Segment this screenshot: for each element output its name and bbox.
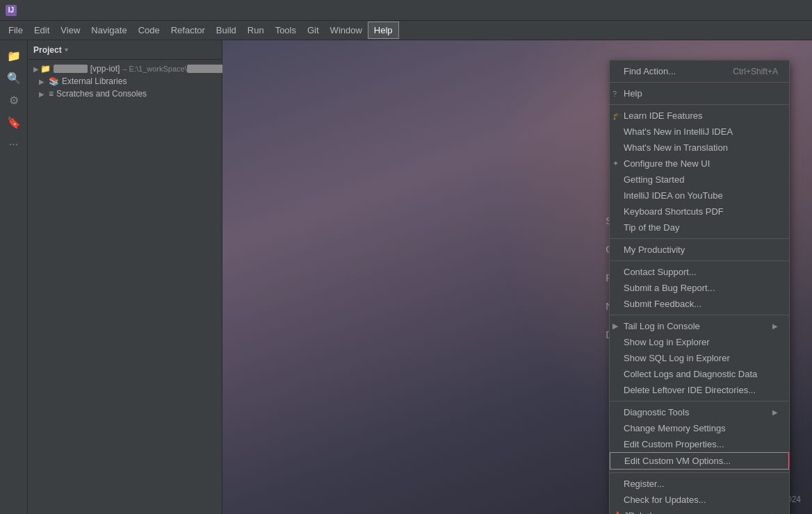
menu-edit-custom-vm[interactable]: Edit Custom VM Options... <box>610 452 789 470</box>
change-memory-label: Change Memory Settings <box>624 423 726 433</box>
menu-learn-ide[interactable]: 🎓 Learn IDE Features <box>610 108 789 124</box>
submit-bug-label: Submit a Bug Report... <box>624 283 715 293</box>
tree-folder-icon: 📁 <box>40 64 51 74</box>
menu-build[interactable]: Build <box>211 22 242 38</box>
check-updates-label: Check for Updates... <box>624 495 706 505</box>
separator-3 <box>610 238 789 239</box>
whats-new-translation-label: What's New in Translation <box>624 142 728 153</box>
menu-whats-new-translation[interactable]: What's New in Translation <box>610 140 789 156</box>
main-content: Search Everywhere Double Shift Go to Fil… <box>222 40 812 514</box>
separator-7 <box>610 472 789 473</box>
menu-code[interactable]: Code <box>133 22 165 38</box>
menu-keyboard-shortcuts[interactable]: Keyboard Shortcuts PDF <box>610 204 789 219</box>
menu-jrebel[interactable]: 🔥 JRebel ▶ <box>610 508 789 514</box>
titlebar: IJ <box>0 0 812 21</box>
sidebar-bookmark-icon[interactable]: 🔖 <box>4 113 24 132</box>
tree-libraries-icon: 📚 <box>49 76 59 86</box>
menu-show-log-explorer[interactable]: Show Log in Explorer <box>610 334 789 350</box>
panel-header: Project ▾ <box>28 40 222 60</box>
menubar: File Edit View Navigate Code Refactor Bu… <box>0 21 812 40</box>
tail-log-submenu-icon: ▶ <box>772 322 778 330</box>
collect-logs-label: Collect Logs and Diagnostic Data <box>624 369 757 379</box>
sidebar-search-icon[interactable]: 🔍 <box>4 68 24 88</box>
main-layout: 📁 🔍 ⚙ 🔖 ··· Project ▾ ▶ 📁 ______ [vpp-io… <box>0 40 812 514</box>
keyboard-shortcuts-label: Keyboard Shortcuts PDF <box>624 206 724 217</box>
tree-item-scratches[interactable]: ▶ ≡ Scratches and Consoles <box>28 88 222 100</box>
sidebar-project-icon[interactable]: 📁 <box>4 46 24 65</box>
panel-title: Project <box>33 45 62 55</box>
tree-item-project[interactable]: ▶ 📁 ______ [vpp-iot] – E:\1_workSpace\ _… <box>28 63 222 75</box>
tree-path: – E:\1_workSpace\ <box>122 65 186 73</box>
help-label: Help <box>624 88 642 99</box>
configure-new-ui-label: Configure the New UI <box>624 158 710 169</box>
menu-tip-of-day[interactable]: Tip of the Day <box>610 219 789 235</box>
tree-blurred-name: ______ <box>54 65 88 73</box>
edit-custom-props-label: Edit Custom Properties... <box>624 439 724 449</box>
menu-find-action[interactable]: Find Action... Ctrl+Shift+A <box>610 63 789 79</box>
delete-leftover-label: Delete Leftover IDE Directories... <box>624 385 756 395</box>
menu-collect-logs[interactable]: Collect Logs and Diagnostic Data <box>610 366 789 382</box>
learn-ide-label: Learn IDE Features <box>624 110 702 121</box>
getting-started-label: Getting Started <box>624 174 684 185</box>
intellij-youtube-label: IntelliJ IDEA on YouTube <box>624 190 723 201</box>
menu-diagnostic-tools[interactable]: Diagnostic Tools ▶ <box>610 404 789 420</box>
sidebar-icons: 📁 🔍 ⚙ 🔖 ··· <box>0 40 28 514</box>
menu-submit-bug[interactable]: Submit a Bug Report... <box>610 280 789 296</box>
project-tree: ▶ 📁 ______ [vpp-iot] – E:\1_workSpace\ _… <box>28 60 222 514</box>
menu-file[interactable]: File <box>3 22 29 38</box>
my-productivity-label: My Productivity <box>624 244 685 255</box>
tail-log-label: Tail Log in Console <box>624 321 700 331</box>
sidebar-structure-icon[interactable]: ⚙ <box>4 90 24 110</box>
separator-2 <box>610 104 789 105</box>
menu-edit-custom-props[interactable]: Edit Custom Properties... <box>610 436 789 452</box>
menu-navigate[interactable]: Navigate <box>86 22 132 38</box>
app-icon: IJ <box>6 5 17 16</box>
separator-5 <box>610 315 789 315</box>
project-panel: Project ▾ ▶ 📁 ______ [vpp-iot] – E:\1_wo… <box>28 40 222 514</box>
menu-tail-log[interactable]: ▶ Tail Log in Console ▶ <box>610 318 789 334</box>
help-prefix-icon: ? <box>612 90 617 98</box>
tree-scratches-label: Scratches and Consoles <box>56 89 147 99</box>
menu-help[interactable]: Help <box>368 22 399 39</box>
jrebel-label: JRebel <box>624 511 651 514</box>
menu-check-updates[interactable]: Check for Updates... <box>610 492 789 508</box>
menu-edit[interactable]: Edit <box>29 22 55 38</box>
tail-log-arrow-icon: ▶ <box>612 322 618 331</box>
jrebel-icon: 🔥 <box>612 511 622 514</box>
menu-contact-support[interactable]: Contact Support... <box>610 264 789 280</box>
whats-new-intellij-label: What's New in IntelliJ IDEA <box>624 126 733 137</box>
menu-configure-new-ui[interactable]: ✦ Configure the New UI <box>610 156 789 172</box>
menu-view[interactable]: View <box>55 22 86 38</box>
menu-my-productivity[interactable]: My Productivity <box>610 242 789 258</box>
find-action-shortcut: Ctrl+Shift+A <box>719 67 778 76</box>
separator-1 <box>610 82 789 83</box>
tip-of-day-label: Tip of the Day <box>624 222 679 233</box>
show-log-explorer-label: Show Log in Explorer <box>624 337 710 347</box>
menu-show-sql-log[interactable]: Show SQL Log in Explorer <box>610 350 789 366</box>
edit-custom-vm-label: Edit Custom VM Options... <box>624 456 731 466</box>
menu-run[interactable]: Run <box>242 22 270 38</box>
menu-refactor[interactable]: Refactor <box>165 22 211 38</box>
tree-item-libraries[interactable]: ▶ 📚 External Libraries <box>28 75 222 88</box>
sidebar-more-icon[interactable]: ··· <box>4 135 24 154</box>
menu-tools[interactable]: Tools <box>270 22 302 38</box>
menu-git[interactable]: Git <box>302 22 325 38</box>
menu-window[interactable]: Window <box>325 22 368 38</box>
menu-submit-feedback[interactable]: Submit Feedback... <box>610 296 789 312</box>
tree-libraries-label: External Libraries <box>62 76 127 86</box>
menu-intellij-youtube[interactable]: IntelliJ IDEA on YouTube <box>610 188 789 204</box>
find-action-label: Find Action... <box>624 66 676 76</box>
menu-register[interactable]: Register... <box>610 476 789 492</box>
menu-delete-leftover[interactable]: Delete Leftover IDE Directories... <box>610 382 789 398</box>
menu-help-item[interactable]: ? Help <box>610 85 789 101</box>
configure-ui-icon: ✦ <box>612 159 619 168</box>
panel-dropdown-icon[interactable]: ▾ <box>65 46 68 53</box>
menu-change-memory[interactable]: Change Memory Settings <box>610 420 789 436</box>
submit-feedback-label: Submit Feedback... <box>624 299 701 309</box>
menu-whats-new-intellij[interactable]: What's New in IntelliJ IDEA <box>610 124 789 140</box>
tree-project-label: [vpp-iot] <box>90 64 120 74</box>
register-label: Register... <box>624 479 665 489</box>
help-dropdown-menu: Find Action... Ctrl+Shift+A ? Help 🎓 Lea… <box>609 60 790 514</box>
contact-support-label: Contact Support... <box>624 267 697 277</box>
menu-getting-started[interactable]: Getting Started <box>610 172 789 188</box>
